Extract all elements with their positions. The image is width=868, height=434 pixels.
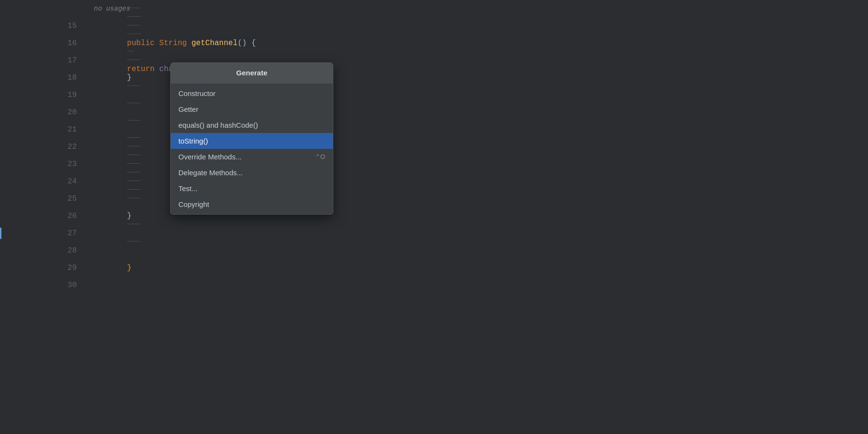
menu-item-label: Copyright bbox=[178, 200, 209, 208]
menu-item-constructor[interactable]: Constructor bbox=[171, 85, 333, 101]
menu-item-label: Test... bbox=[178, 184, 198, 193]
line-row-29: 29 } bbox=[0, 259, 868, 277]
menu-item-label: Constructor bbox=[178, 89, 216, 97]
popup-title: Generate bbox=[236, 69, 267, 77]
line-dash bbox=[127, 181, 141, 181]
menu-item-equals-hashcode[interactable]: equals() and hashCode() bbox=[171, 117, 333, 133]
line-number-26: 26 bbox=[0, 207, 86, 225]
line-number-22: 22 bbox=[0, 138, 86, 156]
menu-item-copyright[interactable]: Copyright bbox=[171, 196, 333, 212]
closing-brace: } bbox=[127, 264, 132, 272]
line-dash bbox=[127, 224, 141, 224]
line-number-25: 25 bbox=[0, 190, 86, 207]
line-number-20: 20 bbox=[0, 104, 86, 121]
line-number-21: 21 bbox=[0, 121, 86, 138]
popup-header: Generate bbox=[171, 63, 333, 84]
line-number-15: 15 bbox=[0, 17, 86, 35]
menu-item-tostring[interactable]: toString() bbox=[171, 133, 333, 149]
line-number-19: 19 bbox=[0, 86, 86, 104]
menu-item-label: Delegate Methods... bbox=[178, 169, 243, 177]
line-number-30: 30 bbox=[0, 277, 86, 294]
popup-menu: Constructor Getter equals() and hashCode… bbox=[171, 84, 333, 214]
editor-container: no usages 15 public String getChannel() … bbox=[0, 0, 868, 434]
code-area: no usages 15 public String getChannel() … bbox=[0, 0, 868, 434]
line-number-18: 18 bbox=[0, 69, 86, 86]
menu-item-label: equals() and hashCode() bbox=[178, 121, 258, 129]
generate-popup: Generate Constructor Getter equals() and… bbox=[170, 62, 333, 215]
line-number-27: 27 bbox=[0, 225, 86, 242]
menu-item-label: toString() bbox=[178, 137, 208, 145]
line-number-23: 23 bbox=[0, 156, 86, 173]
menu-item-getter[interactable]: Getter bbox=[171, 101, 333, 117]
line-number-24: 24 bbox=[0, 173, 86, 190]
menu-item-shortcut: ⌃O bbox=[315, 153, 325, 160]
menu-item-label: Getter bbox=[178, 105, 199, 113]
menu-item-label: Override Methods... bbox=[178, 153, 242, 161]
line-row-27: 27 bbox=[0, 225, 868, 242]
line-row-30: 30 bbox=[0, 277, 868, 294]
menu-item-delegate-methods[interactable]: Delegate Methods... bbox=[171, 165, 333, 181]
line-number-28: 28 bbox=[0, 242, 86, 259]
line-number-17: 17 bbox=[0, 52, 86, 69]
line-number-29: 29 bbox=[0, 259, 86, 277]
line-dash bbox=[127, 42, 141, 43]
menu-item-override-methods[interactable]: Override Methods... ⌃O bbox=[171, 149, 333, 165]
line-number-16: 16 bbox=[0, 35, 86, 52]
menu-item-test[interactable]: Test... bbox=[171, 181, 333, 196]
